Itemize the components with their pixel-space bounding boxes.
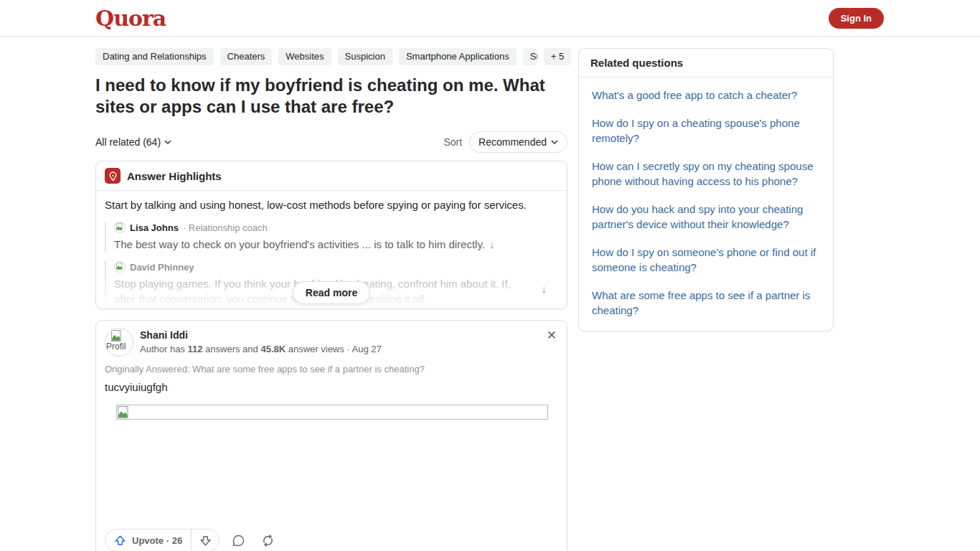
topic-tag-row: Dating and Relationships Cheaters Websit… [95,48,567,65]
sort-label: Sort [443,136,462,148]
downvote-button[interactable] [192,529,219,551]
topic-tag[interactable]: Suspicion [338,48,392,65]
repost-arrows-icon [260,533,275,548]
related-question-link[interactable]: How do I spy on a cheating spouse's phon… [579,109,833,152]
author-info: Shani Iddi Author has 112 answers and 45… [140,328,382,357]
related-questions-card: Related questions What's a good free app… [578,48,834,331]
related-question-link[interactable]: What are some free apps to see if a part… [579,281,833,324]
topic-tag[interactable]: Surveilla [523,48,537,65]
close-icon[interactable]: ✕ [547,329,557,342]
avatar-alt-text: Profil [106,342,126,352]
highlight-preview-text: The best way to check on your boyfriend'… [114,237,558,252]
avatar [114,261,126,273]
question-title: I need to know if my boyfriend is cheati… [95,75,555,118]
more-topics-tag[interactable]: + 5 [544,48,571,65]
answer-broken-image[interactable] [116,405,548,420]
broken-image-icon [118,406,130,418]
answer-highlights-header: Answer Highlights [96,161,567,191]
chevron-down-icon [551,140,558,144]
author-name[interactable]: Shani Iddi [140,329,382,342]
highlight-author-name[interactable]: Lisa Johns [130,222,179,233]
upvote-button[interactable]: Upvote · 26 [105,529,191,551]
all-related-dropdown[interactable]: All related (64) [95,136,171,148]
sidebar: Related questions What's a good free app… [578,48,834,331]
related-question-link[interactable]: What's a good free app to catch a cheate… [579,81,833,109]
answer-text: tucvyiuiugfgh [105,380,558,395]
highlight-author-row: Lisa Johns · Relationship coach [114,222,558,233]
answer-whitespace [105,420,558,529]
sign-in-button[interactable]: Sign In [829,8,884,29]
all-related-label: All related (64) [95,136,161,148]
topic-tag[interactable]: Websites [278,48,331,65]
related-question-link[interactable]: How do you hack and spy into your cheati… [579,195,833,238]
top-navigation-bar: Quora Sign In [0,0,980,37]
related-questions-title: Related questions [579,49,833,77]
comment-button[interactable] [228,530,249,551]
downvote-arrow-icon [199,534,212,547]
highlight-author-row: David Phinney [114,261,558,273]
highlight-answer-lisa[interactable]: Lisa Johns · Relationship coach The best… [105,222,558,252]
vote-pill: Upvote · 26 [105,529,220,551]
main-column: Dating and Relationships Cheaters Websit… [95,48,567,551]
answer-action-bar: Upvote · 26 [105,529,558,551]
related-questions-list: What's a good free app to catch a cheate… [579,77,833,331]
author-credentials: Author has 112 answers and 45.8K answer … [140,344,382,354]
answer-header: Profil Shani Iddi Author has 112 answers… [105,328,558,357]
highlight-author-name[interactable]: David Phinney [130,262,194,273]
sort-dropdown[interactable]: Recommended [469,131,567,153]
quora-logo[interactable]: Quora [95,6,166,31]
lightbulb-bolt-icon [105,168,121,184]
expand-down-arrow-icon[interactable]: ↓ [542,283,547,295]
answer-card: Profil Shani Iddi Author has 112 answers… [95,320,567,551]
comment-bubble-icon [231,533,246,548]
upvote-count: 26 [172,535,182,546]
related-question-link[interactable]: How can I secretly spy on my cheating sp… [579,152,833,195]
topic-tag[interactable]: Smartphone Applications [399,48,517,65]
read-more-button[interactable]: Read more [293,281,370,304]
author-avatar-broken-image[interactable]: Profil [105,328,133,357]
sort-controls: Sort Recommended [443,131,567,153]
highlight-author-credential: · Relationship coach [183,222,268,233]
upvote-label: Upvote · 26 [132,535,182,546]
upvote-arrow-icon [113,534,127,547]
controls-row: All related (64) Sort Recommended [95,131,567,153]
answer-highlights-title: Answer Highlights [127,170,222,182]
answer-highlights-card: Answer Highlights Start by talking and u… [95,161,567,309]
related-question-link[interactable]: How do I spy on someone's phone or find … [579,238,833,281]
chevron-down-icon [164,140,171,144]
expand-down-arrow-icon[interactable]: ↓ [489,238,495,250]
topic-tag[interactable]: Dating and Relationships [95,48,214,65]
share-repost-button[interactable] [258,530,278,551]
originally-answered-link[interactable]: Originally Answered: What are some free … [105,364,558,375]
page-content: Dating and Relationships Cheaters Websit… [0,37,980,551]
sort-value: Recommended [479,136,547,148]
highlights-summary: Start by talking and using honest, low-c… [105,198,558,212]
topic-tag[interactable]: Cheaters [220,48,273,65]
avatar [114,222,126,233]
